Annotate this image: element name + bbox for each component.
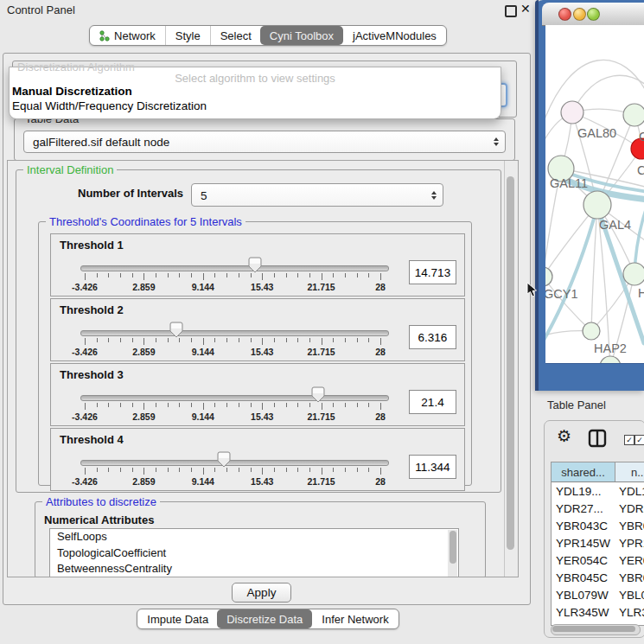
minimize-traffic-light-icon[interactable] <box>573 8 586 21</box>
table-row[interactable]: YBR045CYBR0 <box>552 569 644 586</box>
slider-track[interactable] <box>80 460 389 466</box>
minor-tick <box>97 468 98 472</box>
attribute-list-item[interactable]: SelfLoops <box>50 529 458 545</box>
zoom-traffic-light-icon[interactable] <box>587 8 600 21</box>
table-data-combobox[interactable]: galFiltered.sif default node <box>23 131 506 153</box>
tick-label: 9.144 <box>192 476 214 487</box>
tab-discretize-data[interactable]: Discretize Data <box>217 609 312 628</box>
table-row[interactable]: YBL079WYBL0 <box>552 586 644 603</box>
tick-label: 15.43 <box>251 411 273 422</box>
tab-infer-network[interactable]: Infer Network <box>312 609 398 628</box>
table-row[interactable]: YDL19...YDL1 <box>552 482 644 500</box>
table-row[interactable]: YER054CYER0 <box>552 552 644 569</box>
attributes-scrollbar[interactable] <box>448 530 457 577</box>
thresholds-group-label: Threshold's Coordinates for 5 Intervals <box>46 215 245 228</box>
network-node-H[interactable] <box>623 263 644 285</box>
slider-track[interactable] <box>80 395 389 401</box>
split-view-icon[interactable] <box>588 429 607 448</box>
algorithm-placeholder: Select algorithm to view settings <box>10 72 501 85</box>
column-header-shared-name[interactable]: shared... <box>552 462 615 481</box>
minor-tick <box>357 338 358 342</box>
cell-shared-name: YBL079W <box>552 589 615 602</box>
tick-label: 2.859 <box>132 411 155 422</box>
tab-select[interactable]: Select <box>210 26 261 45</box>
minor-tick <box>239 273 239 277</box>
scrollbar-thumb[interactable] <box>507 176 514 550</box>
attribute-list-item[interactable]: TopologicalCoefficient <box>50 545 458 562</box>
network-node-bottom[interactable] <box>600 356 621 363</box>
table-horizontal-scrollbar[interactable] <box>551 624 641 635</box>
network-node-GAL80[interactable] <box>561 101 583 124</box>
column-header-name[interactable]: n... <box>615 462 644 481</box>
float-window-icon[interactable] <box>505 5 517 17</box>
network-node-label: GAL4 <box>599 218 631 232</box>
threshold-value-field[interactable]: 21.4 <box>409 390 456 414</box>
minor-tick <box>226 338 227 342</box>
threshold-value-field[interactable]: 11.344 <box>409 455 456 479</box>
minor-tick <box>333 338 334 342</box>
table-row[interactable]: YLR345WYLR3 <box>552 603 644 621</box>
network-node-GCY1[interactable] <box>545 267 552 286</box>
minor-tick <box>286 468 287 472</box>
major-tick <box>203 468 204 475</box>
table-panel: ⚙ ✓ ✓ shared... n... YDL19...YDL1YDR27..… <box>544 420 644 638</box>
checkbox-icon[interactable]: ✓ <box>624 435 634 445</box>
network-canvas[interactable]: GAL80GACGAL11GAL4GCY1HHAP2 <box>545 25 644 364</box>
tab-style[interactable]: Style <box>165 26 210 45</box>
cell-name: YER0 <box>615 554 644 567</box>
tab-network[interactable]: Network <box>90 26 165 45</box>
tick-label: 2.859 <box>132 347 155 357</box>
table-header-row: shared... n... <box>552 462 644 482</box>
hscroll-thumb[interactable] <box>552 626 635 632</box>
minor-tick <box>251 338 252 342</box>
algorithm-dropdown-popup: Select algorithm to view settings Manual… <box>9 67 501 119</box>
network-window-titlebar[interactable] <box>542 3 644 26</box>
close-traffic-light-icon[interactable] <box>558 8 571 21</box>
threshold-label: Threshold 1 <box>60 239 124 252</box>
minor-tick <box>309 338 310 342</box>
table-row[interactable]: YDR27...YDR2 <box>552 500 644 517</box>
thresholds-group: Threshold's Coordinates for 5 Intervals … <box>38 221 472 486</box>
numerical-attributes-list[interactable]: SelfLoopsTopologicalCoefficientBetweenne… <box>49 528 459 577</box>
slider-track[interactable] <box>80 265 389 271</box>
threshold-value-field[interactable]: 14.713 <box>409 260 456 284</box>
slider-handle[interactable] <box>169 322 184 338</box>
tab-cyni-toolbox[interactable]: Cyni Toolbox <box>260 26 343 45</box>
network-node-GAL4[interactable] <box>583 191 611 219</box>
close-icon[interactable]: ✕ <box>520 2 531 16</box>
node-table[interactable]: shared... n... YDL19...YDL1YDR27...YDR2Y… <box>551 462 644 626</box>
network-node-HAP2[interactable] <box>583 322 600 340</box>
gear-icon[interactable]: ⚙ <box>557 426 571 446</box>
tab-impute-data[interactable]: Impute Data <box>137 609 218 628</box>
checkbox-icon[interactable]: ✓ <box>634 435 644 445</box>
minor-tick <box>120 338 121 342</box>
algorithm-option-equal-width[interactable]: Equal Width/Frequency Discretization <box>10 99 501 114</box>
settings-scrollbar[interactable] <box>504 161 518 577</box>
threshold-value-field[interactable]: 6.316 <box>409 325 456 349</box>
slider-track[interactable] <box>80 330 389 336</box>
cell-shared-name: YBR045C <box>552 571 615 584</box>
table-row[interactable]: YBR043CYBR0 <box>552 517 644 534</box>
slider-handle[interactable] <box>310 386 326 403</box>
minor-tick <box>368 338 369 342</box>
cell-shared-name: YPR145W <box>552 537 615 550</box>
minor-tick <box>274 338 275 342</box>
minor-tick <box>132 338 133 342</box>
minor-tick <box>368 403 369 407</box>
network-view-window[interactable]: GAL80GACGAL11GAL4GCY1HHAP2 <box>535 0 644 391</box>
major-tick <box>85 468 86 475</box>
number-of-intervals-combobox[interactable]: 5 <box>191 183 443 207</box>
apply-button[interactable]: Apply <box>232 583 291 603</box>
tick-label: 28 <box>375 411 386 422</box>
table-row[interactable]: YPR145WYPR1 <box>552 534 644 552</box>
network-node-label: H <box>638 286 644 300</box>
slider-handle[interactable] <box>216 451 232 468</box>
minor-tick <box>179 338 180 342</box>
attribute-list-item[interactable]: BetweennessCentrality <box>50 561 458 577</box>
network-node-G-top[interactable] <box>623 104 644 126</box>
minor-tick <box>297 468 298 472</box>
slider-handle[interactable] <box>247 257 263 273</box>
algorithm-option-manual[interactable]: Manual Discretization <box>10 85 501 99</box>
tab-jactivemnodules[interactable]: jActiveMNodules <box>343 26 446 45</box>
minor-tick <box>132 468 133 472</box>
